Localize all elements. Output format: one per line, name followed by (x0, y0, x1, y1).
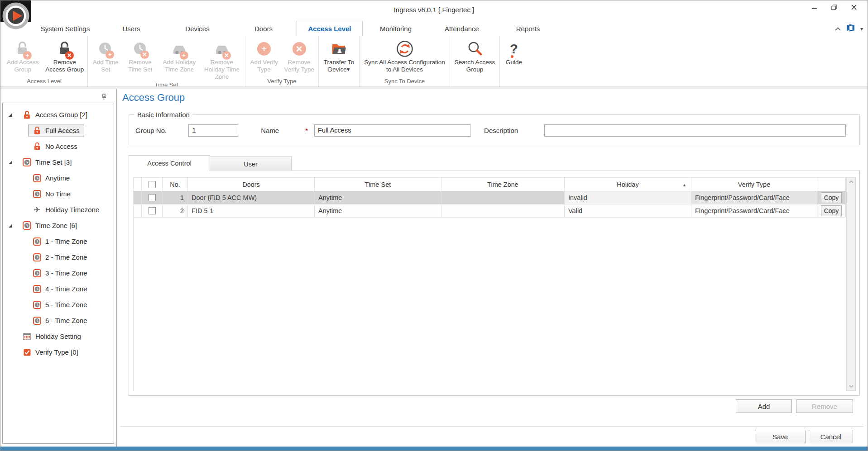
expand-icon[interactable] (8, 223, 18, 228)
copy-button[interactable]: Copy (821, 192, 842, 203)
clock-icon (33, 317, 41, 325)
lock-icon (23, 110, 31, 119)
add-button[interactable]: Add (736, 399, 792, 413)
tree-item-verify-type[interactable]: Verify Type [0] (3, 344, 114, 360)
column-header-time-zone[interactable]: Time Zone (441, 178, 565, 191)
scroll-down-icon[interactable] (847, 382, 855, 390)
tree-item-holiday-setting[interactable]: Holiday Setting (3, 328, 114, 344)
sync-all-access-button[interactable]: Sync All Access Configuration to All Dev… (361, 37, 448, 77)
collapse-ribbon-icon[interactable] (835, 25, 841, 33)
minimize-icon[interactable] (804, 0, 824, 14)
tab-user[interactable]: User (210, 157, 292, 171)
cell-doors: Door (FID 5 ACC MW) (188, 191, 315, 204)
tree-item-anytime[interactable]: Anytime (3, 170, 114, 186)
tree-item-time-zone-2[interactable]: 2 - Time Zone (3, 249, 114, 265)
ribbon-toolbar: + Add Access Group ✕ Remove Access Group (1, 37, 867, 86)
tab-access-level[interactable]: Access Level (297, 21, 363, 36)
vertical-scrollbar[interactable] (846, 177, 856, 391)
table-row[interactable]: 1 Door (FID 5 ACC MW) Anytime Invalid Fi… (134, 191, 846, 204)
tree-item-time-zone-6[interactable]: 6 - Time Zone (3, 313, 114, 328)
ribbon-group-search: Search Access Group (450, 37, 500, 86)
tree-item-holiday-timezone[interactable]: ✈ Holiday Timezone (3, 202, 114, 218)
tab-users[interactable]: Users (98, 21, 164, 36)
dropdown-caret-icon: ▾ (347, 66, 350, 73)
tree-item-time-zone-1[interactable]: 1 - Time Zone (3, 233, 114, 249)
guide-button[interactable]: ? Guide (501, 37, 527, 77)
scroll-up-icon[interactable] (847, 178, 855, 186)
tab-monitoring[interactable]: Monitoring (363, 21, 429, 36)
column-header-time-set[interactable]: Time Set (315, 178, 441, 191)
close-icon[interactable] (844, 0, 864, 14)
clock-icon (33, 237, 41, 246)
expand-icon[interactable] (8, 113, 18, 117)
ribbon-tab-row: System Settings Users Devices Doors Acce… (0, 21, 868, 37)
ribbon-group-label: Verify Type (247, 77, 317, 86)
tree-item-full-access[interactable]: Full Access (3, 123, 114, 138)
tree-item-access-group[interactable]: Access Group [2] (3, 107, 114, 123)
clock-icon (33, 190, 41, 198)
clock-add-icon: + (98, 39, 113, 59)
column-header-doors[interactable]: Doors (188, 178, 315, 191)
tab-reports[interactable]: Reports (495, 21, 561, 36)
expand-icon[interactable] (8, 160, 18, 165)
tree-item-time-set[interactable]: Time Set [3] (3, 154, 114, 170)
tree-item-no-access[interactable]: No Access (3, 138, 114, 154)
name-input[interactable] (314, 124, 470, 137)
plus-circle-icon: + (257, 39, 271, 59)
group-no-input[interactable] (188, 124, 238, 137)
copy-button[interactable]: Copy (821, 205, 842, 216)
tab-system-settings[interactable]: System Settings (32, 21, 98, 36)
remove-access-group-button[interactable]: ✕ Remove Access Group (43, 37, 86, 77)
tab-doors[interactable]: Doors (230, 21, 297, 36)
ribbon-group-label: Access Level (2, 77, 86, 86)
column-header-no[interactable]: No. (163, 178, 188, 191)
cell-holiday: Valid (565, 204, 691, 217)
tree-item-time-zone-3[interactable]: 3 - Time Zone (3, 265, 114, 281)
cell-verify-type: Fingerprint/Password/Card/Face (691, 191, 817, 204)
cancel-button[interactable]: Cancel (809, 430, 853, 443)
row-checkbox[interactable] (142, 191, 163, 204)
tab-access-control[interactable]: Access Control (129, 155, 210, 171)
tree-item-time-zone-5[interactable]: 5 - Time Zone (3, 297, 114, 313)
ribbon-group-label (501, 77, 527, 86)
ribbon-group-access-level: + Add Access Group ✕ Remove Access Group (1, 37, 88, 86)
search-access-group-button[interactable]: Search Access Group (451, 37, 498, 77)
tab-attendance[interactable]: Attendance (429, 21, 495, 36)
required-asterisk: * (305, 127, 308, 134)
ribbon-group-label: Sync To Device (361, 77, 448, 86)
tree-item-no-time[interactable]: No Time (3, 186, 114, 202)
add-time-set-button: + Add Time Set (89, 37, 122, 81)
app-window: Ingress v6.0.1 [ Fingertec ] System Sett… (0, 0, 868, 451)
column-header-holiday[interactable]: Holiday ▲ (565, 178, 691, 191)
footer-divider (120, 426, 863, 427)
basic-information-section: Basic Information Group No. Name * Descr… (129, 111, 860, 145)
row-checkbox[interactable] (142, 204, 163, 217)
table-row[interactable]: 2 FID 5-1 Anytime Valid Fingerprint/Pass… (134, 204, 846, 218)
clock-remove-icon: ✕ (133, 39, 148, 59)
cell-time-zone (441, 191, 565, 204)
office-logo-icon[interactable] (846, 24, 855, 34)
search-icon (466, 39, 484, 59)
clock-icon (33, 174, 41, 182)
tree-item-time-zone[interactable]: Time Zone [6] (3, 218, 114, 233)
remove-holiday-time-zone-button: ✕ Remove Holiday Time Zone (200, 37, 244, 81)
save-button[interactable]: Save (755, 430, 806, 443)
lock-remove-icon: ✕ (58, 39, 72, 59)
pin-icon[interactable] (101, 94, 106, 102)
tab-devices[interactable]: Devices (164, 21, 230, 36)
column-header-copy (817, 178, 846, 191)
transfer-to-device-button[interactable]: Transfer To Device▾ (320, 37, 358, 77)
tree-item-time-zone-4[interactable]: 4 - Time Zone (3, 281, 114, 297)
column-header-verify-type[interactable]: Verify Type (691, 178, 817, 191)
restore-icon[interactable] (824, 0, 844, 14)
cell-verify-type: Fingerprint/Password/Card/Face (691, 204, 817, 217)
clock-icon (23, 221, 31, 230)
remove-button: Remove (796, 399, 853, 413)
select-all-checkbox[interactable] (142, 178, 163, 191)
more-options-icon[interactable]: ▾ (860, 26, 863, 32)
sync-icon (396, 39, 414, 59)
cell-time-set: Anytime (315, 191, 441, 204)
description-label: Description (484, 127, 518, 134)
description-input[interactable] (544, 124, 846, 137)
add-verify-type-button: + Add Verify Type (247, 37, 282, 77)
